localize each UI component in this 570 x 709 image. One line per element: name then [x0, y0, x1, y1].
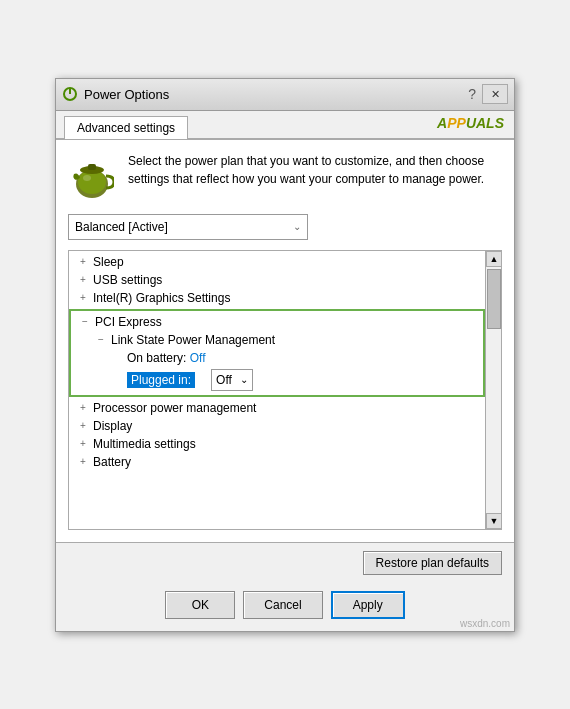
on-battery-value: Off [190, 351, 206, 365]
list-item[interactable]: + Display [69, 417, 485, 435]
svg-rect-1 [69, 88, 71, 94]
info-section: Select the power plan that you want to c… [68, 152, 502, 200]
tab-advanced-settings[interactable]: Advanced settings [64, 116, 188, 139]
content-area: Select the power plan that you want to c… [56, 139, 514, 542]
bottom-section: Restore plan defaults [56, 542, 514, 583]
list-item[interactable]: + Multimedia settings [69, 435, 485, 453]
list-item[interactable]: + Battery [69, 453, 485, 471]
list-item[interactable]: + USB settings [69, 271, 485, 289]
link-state-item[interactable]: − Link State Power Management [71, 331, 483, 349]
item-label: Sleep [93, 255, 124, 269]
item-label: Processor power management [93, 401, 256, 415]
svg-rect-5 [88, 164, 96, 170]
on-battery-item[interactable]: On battery: Off [71, 349, 483, 367]
appuals-logo: APPUALS [437, 115, 504, 131]
title-bar: Power Options ? ✕ [56, 79, 514, 111]
plugged-in-value: Off [216, 373, 232, 387]
scroll-down-button[interactable]: ▼ [486, 513, 502, 529]
settings-list[interactable]: + Sleep + USB settings + Intel(R) Graphi… [68, 250, 502, 530]
expand-icon[interactable]: + [77, 420, 89, 431]
on-battery-label: On battery: Off [127, 351, 206, 365]
expand-icon[interactable]: + [77, 256, 89, 267]
scroll-up-button[interactable]: ▲ [486, 251, 502, 267]
scrollbar-thumb[interactable] [487, 269, 501, 329]
list-item[interactable]: + Processor power management [69, 399, 485, 417]
watermark: wsxdn.com [460, 618, 510, 629]
scrollbar-track[interactable]: ▲ ▼ [485, 251, 501, 529]
pci-express-item[interactable]: − PCI Express [71, 313, 483, 331]
list-item[interactable]: + Sleep [69, 253, 485, 271]
title-controls: ? ✕ [468, 84, 508, 104]
item-label: Multimedia settings [93, 437, 196, 451]
expand-icon[interactable]: + [77, 456, 89, 467]
cancel-button[interactable]: Cancel [243, 591, 322, 619]
button-row: OK Cancel Apply wsxdn.com [56, 583, 514, 631]
close-button[interactable]: ✕ [482, 84, 508, 104]
item-label: Battery [93, 455, 131, 469]
plugged-in-dropdown-arrow: ⌄ [240, 374, 248, 385]
expand-icon[interactable]: + [77, 292, 89, 303]
window-title: Power Options [84, 87, 169, 102]
item-label: USB settings [93, 273, 162, 287]
plugged-in-item[interactable]: Plugged in: Off ⌄ [71, 367, 483, 393]
collapse-icon[interactable]: − [95, 334, 107, 345]
list-item[interactable]: + Intel(R) Graphics Settings [69, 289, 485, 307]
plugged-in-dropdown[interactable]: Off ⌄ [211, 369, 253, 391]
help-button[interactable]: ? [468, 86, 476, 102]
expand-icon[interactable]: + [77, 402, 89, 413]
item-label: Intel(R) Graphics Settings [93, 291, 230, 305]
expand-icon[interactable]: + [77, 438, 89, 449]
highlighted-pci-section: − PCI Express − Link State Power Managem… [69, 309, 485, 397]
dropdown-value: Balanced [Active] [75, 220, 168, 234]
expand-icon[interactable]: + [77, 274, 89, 285]
item-label: PCI Express [95, 315, 162, 329]
apply-button[interactable]: Apply [331, 591, 405, 619]
power-plan-dropdown[interactable]: Balanced [Active] ⌄ [68, 214, 308, 240]
item-label: Link State Power Management [111, 333, 275, 347]
power-kettle-icon [68, 152, 116, 200]
ok-button[interactable]: OK [165, 591, 235, 619]
window-icon [62, 86, 78, 102]
dropdown-container: Balanced [Active] ⌄ [68, 214, 502, 240]
plugged-in-label: Plugged in: [127, 372, 195, 388]
info-description: Select the power plan that you want to c… [128, 152, 502, 188]
restore-defaults-button[interactable]: Restore plan defaults [363, 551, 502, 575]
svg-point-6 [83, 175, 91, 181]
item-label: Display [93, 419, 132, 433]
collapse-icon[interactable]: − [79, 316, 91, 327]
dropdown-arrow-icon: ⌄ [293, 221, 301, 232]
